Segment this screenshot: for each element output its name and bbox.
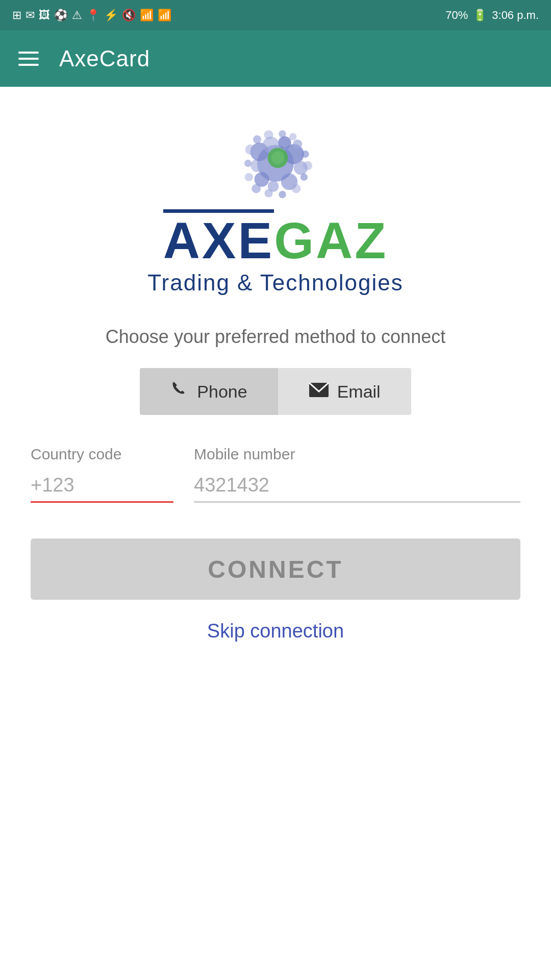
bluetooth-icon: ⚡ (104, 10, 118, 21)
skip-connection-link[interactable]: Skip connection (207, 620, 344, 642)
hamburger-menu-button[interactable] (18, 52, 39, 66)
hamburger-line-1 (18, 52, 39, 54)
svg-point-21 (253, 135, 261, 143)
brand-axe: AXE (163, 215, 274, 266)
battery-icon: 🔋 (473, 10, 487, 21)
svg-point-24 (289, 133, 296, 140)
time-display: 3:06 p.m. (492, 9, 539, 22)
battery-level: 70% (445, 9, 468, 22)
svg-point-26 (271, 152, 284, 164)
svg-point-23 (279, 130, 286, 137)
country-code-field-group: Country code (31, 446, 173, 503)
signal-icon: 📶 (158, 10, 171, 21)
add-icon: ⊞ (12, 10, 21, 21)
axe-wrapper: AXE (163, 209, 274, 266)
brand-name-row: AXE GAZ (163, 209, 388, 266)
phone-method-label: Phone (197, 382, 247, 402)
svg-point-10 (293, 139, 302, 149)
country-code-label: Country code (31, 446, 173, 463)
status-bar-left: ⊞ ✉ 🖼 ⚽ ⚠ 📍 ⚡ 🔇 📶 📶 (12, 10, 440, 21)
mobile-number-input[interactable] (194, 469, 520, 503)
main-content: AXE GAZ Trading & Technologies Choose yo… (0, 87, 551, 663)
hamburger-line-3 (18, 64, 39, 66)
soccer-icon: ⚽ (54, 10, 68, 21)
brand-gaz: GAZ (274, 215, 388, 266)
hamburger-line-2 (18, 58, 39, 60)
logo-container: AXE GAZ Trading & Technologies (147, 117, 403, 296)
email-method-button[interactable]: Email (278, 368, 411, 415)
app-bar: AxeCard (0, 31, 551, 87)
phone-icon (170, 380, 189, 403)
mute-icon: 🔇 (122, 10, 136, 21)
svg-point-11 (302, 151, 309, 158)
connect-section: Choose your preferred method to connect … (31, 326, 520, 642)
mobile-number-field-group: Mobile number (194, 446, 520, 503)
svg-point-16 (264, 189, 272, 197)
location-icon: 📍 (86, 10, 100, 21)
logo-bubble-svg (230, 117, 321, 209)
image-icon: 🖼 (39, 10, 50, 21)
svg-point-17 (252, 184, 261, 193)
phone-form-row: Country code Mobile number (31, 446, 520, 503)
svg-point-6 (251, 159, 263, 172)
status-bar: ⊞ ✉ 🖼 ⚽ ⚠ 📍 ⚡ 🔇 📶 📶 70% 🔋 3:06 p.m. (0, 0, 551, 31)
svg-point-15 (279, 191, 286, 198)
country-code-input[interactable] (31, 469, 173, 503)
svg-point-18 (245, 173, 253, 181)
svg-point-22 (264, 130, 273, 139)
connect-button[interactable]: CONNECT (31, 538, 520, 600)
method-buttons-group: Phone Email (140, 368, 411, 415)
warning-icon: ⚠ (72, 10, 82, 21)
svg-point-14 (292, 184, 301, 193)
svg-point-13 (300, 174, 308, 181)
svg-point-9 (278, 136, 291, 149)
status-bar-right: 70% 🔋 3:06 p.m. (445, 9, 539, 22)
phone-method-button[interactable]: Phone (140, 368, 278, 415)
brand-subtitle: Trading & Technologies (147, 270, 403, 296)
svg-point-20 (245, 144, 256, 155)
svg-point-12 (303, 161, 312, 170)
email-icon (309, 382, 329, 402)
connect-method-label: Choose your preferred method to connect (106, 326, 445, 348)
email-method-label: Email (337, 382, 381, 402)
gmail-icon: ✉ (26, 10, 35, 21)
app-title: AxeCard (59, 46, 150, 71)
mobile-number-label: Mobile number (194, 446, 520, 463)
wifi-icon: 📶 (140, 10, 154, 21)
svg-point-19 (244, 160, 252, 167)
